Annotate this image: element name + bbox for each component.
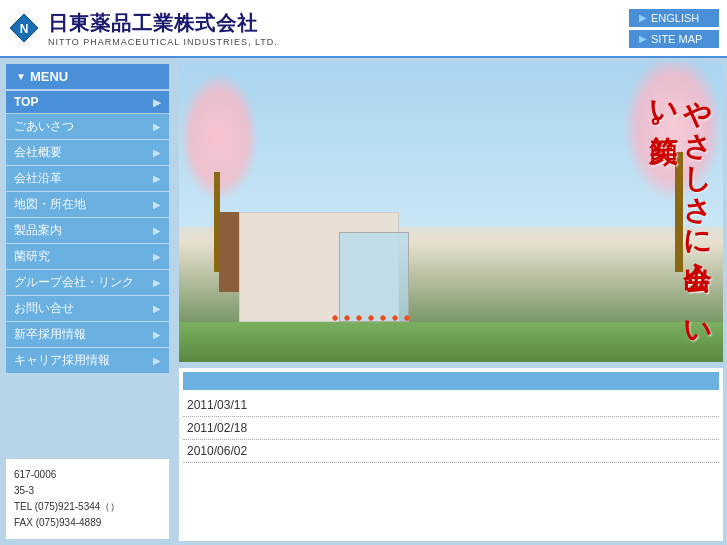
sidebar-item-products[interactable]: 製品案内 ▶ [6,218,169,243]
arrow-right-icon: ▶ [153,251,161,262]
sidebar: ▼ MENU TOP ▶ ごあいさつ ▶ 会社概要 ▶ 会社沿革 ▶ 地図・所在… [0,58,175,545]
building-glass [339,232,409,322]
sidebar-item-top[interactable]: TOP ▶ [6,91,169,113]
hero-text-overlay: やさしさに出会う、いい笑顔。 [646,82,713,362]
fax-number: FAX (075)934-4889 [14,515,161,531]
sidebar-item-label: 会社沿革 [14,170,62,187]
arrow-icon-2: ▶ [639,33,647,44]
header-left: N 日東薬品工業株式会社 NITTO PHARMACEUTICAL INDUST… [8,10,278,47]
hero-building-scene: やさしさに出会う、いい笑顔。 [179,62,723,362]
sidebar-item-map[interactable]: 地図・所在地 ▶ [6,192,169,217]
news-bar [183,372,719,390]
news-date-3: 2010/06/02 [187,444,267,458]
sidebar-item-label: 製品案内 [14,222,62,239]
sitemap-button[interactable]: ▶ SITE MAP [629,30,719,48]
content-area: やさしさに出会う、いい笑顔。 2011/03/11 2011/02/18 201… [175,58,727,545]
english-button[interactable]: ▶ ENGLISH [629,9,719,27]
arrow-right-icon: ▶ [153,97,161,108]
arrow-right-icon: ▶ [153,121,161,132]
sidebar-item-history[interactable]: 会社沿革 ▶ [6,166,169,191]
sidebar-item-research[interactable]: 菌研究 ▶ [6,244,169,269]
news-date-1: 2011/03/11 [187,398,267,412]
sidebar-item-label: 地図・所在地 [14,196,86,213]
menu-label: MENU [30,69,68,84]
street-address: 35-3 [14,483,161,499]
hero-flowers [329,312,409,327]
sidebar-spacer [0,373,175,453]
news-item-1[interactable]: 2011/03/11 [183,394,719,417]
sidebar-item-group[interactable]: グループ会社・リンク ▶ [6,270,169,295]
sidebar-item-greeting[interactable]: ごあいさつ ▶ [6,114,169,139]
arrow-right-icon: ▶ [153,225,161,236]
sitemap-label: SITE MAP [651,33,702,45]
company-name-ja: 日東薬品工業株式会社 [48,10,278,37]
company-name-block: 日東薬品工業株式会社 NITTO PHARMACEUTICAL INDUSTRI… [48,10,278,47]
news-date-2: 2011/02/18 [187,421,267,435]
sidebar-item-label: TOP [14,95,38,109]
arrow-right-icon: ▶ [153,277,161,288]
postal-code: 617-0006 [14,467,161,483]
hero-image: やさしさに出会う、いい笑顔。 [179,62,723,362]
sidebar-item-label: 菌研究 [14,248,50,265]
logo-icon: N [8,12,40,44]
english-label: ENGLISH [651,12,699,24]
arrow-icon: ▶ [639,12,647,23]
building-block [219,192,419,322]
header-buttons: ▶ ENGLISH ▶ SITE MAP [629,9,719,48]
menu-header: ▼ MENU [6,64,169,89]
sidebar-item-label: 会社概要 [14,144,62,161]
news-area: 2011/03/11 2011/02/18 2010/06/02 [179,368,723,541]
sidebar-item-label: 新卒採用情報 [14,326,86,343]
arrow-right-icon: ▶ [153,199,161,210]
arrow-right-icon: ▶ [153,147,161,158]
hero-ground [179,322,723,362]
arrow-right-icon: ▶ [153,303,161,314]
svg-text:N: N [20,22,29,36]
tel-number: TEL (075)921-5344（） [14,499,161,515]
chevron-icon: ▼ [16,71,26,82]
arrow-right-icon: ▶ [153,329,161,340]
sidebar-item-recruit-new[interactable]: 新卒採用情報 ▶ [6,322,169,347]
sidebar-item-label: ごあいさつ [14,118,74,135]
sidebar-address: 617-0006 35-3 TEL (075)921-5344（） FAX (0… [6,459,169,539]
sidebar-item-label: キャリア採用情報 [14,352,110,369]
company-name-en: NITTO PHARMACEUTICAL INDUSTRIES, LTD. [48,37,278,47]
arrow-right-icon: ▶ [153,173,161,184]
news-item-3[interactable]: 2010/06/02 [183,440,719,463]
sidebar-item-company[interactable]: 会社概要 ▶ [6,140,169,165]
news-item-2[interactable]: 2011/02/18 [183,417,719,440]
sidebar-item-recruit-career[interactable]: キャリア採用情報 ▶ [6,348,169,373]
sidebar-item-label: お問い合せ [14,300,74,317]
header: N 日東薬品工業株式会社 NITTO PHARMACEUTICAL INDUST… [0,0,727,58]
main-layout: ▼ MENU TOP ▶ ごあいさつ ▶ 会社概要 ▶ 会社沿革 ▶ 地図・所在… [0,58,727,545]
menu-items: TOP ▶ ごあいさつ ▶ 会社概要 ▶ 会社沿革 ▶ 地図・所在地 ▶ 製品案… [6,91,169,373]
sidebar-item-label: グループ会社・リンク [14,274,134,291]
sidebar-item-contact[interactable]: お問い合せ ▶ [6,296,169,321]
arrow-right-icon: ▶ [153,355,161,366]
